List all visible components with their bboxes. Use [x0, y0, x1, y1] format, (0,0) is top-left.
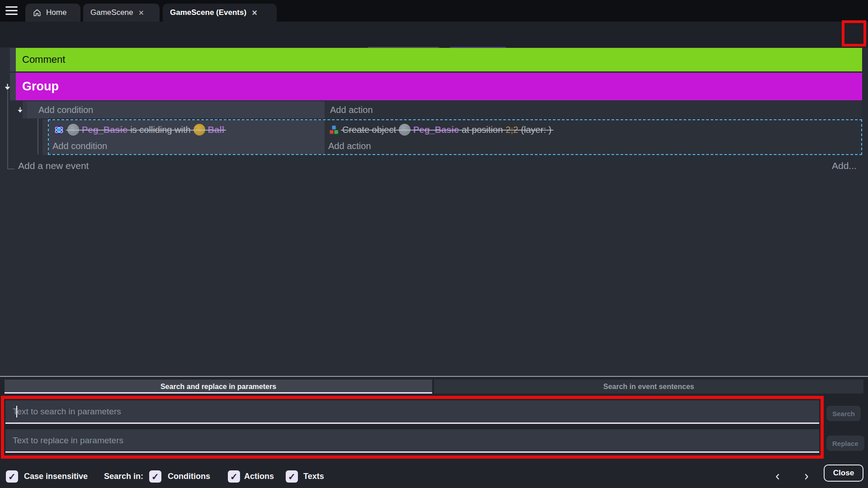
action-sentence[interactable]: Create object Peg_Basic at position 2;2 … [328, 122, 552, 137]
close-button[interactable]: Close [824, 465, 863, 482]
add-button-truncated[interactable]: Add... [832, 160, 862, 171]
tree-guide-line [7, 169, 14, 169]
check-icon: ✓ [288, 472, 296, 481]
chevron-right-icon [802, 472, 811, 481]
event-conditions-column: Add condition [27, 101, 325, 118]
create-object-icon [328, 124, 340, 136]
tab-search-replace-parameters[interactable]: Search and replace in parameters [5, 380, 432, 394]
active-tab-indicator [5, 392, 432, 394]
group-drag-handle[interactable] [10, 73, 16, 100]
event-actions-column: Add action [325, 101, 862, 118]
comment-event[interactable]: Comment [16, 48, 862, 71]
next-result-button[interactable] [801, 471, 812, 482]
close-tab-icon[interactable]: × [251, 8, 258, 17]
comment-drag-handle[interactable] [10, 48, 16, 71]
checkbox-actions[interactable]: ✓ [228, 470, 240, 483]
tab-gamescene-events[interactable]: GameScene (Events) × [163, 4, 277, 22]
subevent-drag-handle[interactable] [42, 119, 48, 155]
search-input-field [5, 400, 819, 422]
selected-event[interactable]: Peg_Basic is colliding with Ball Add con… [48, 119, 862, 155]
selected-event-actions-column: Create object Peg_Basic at position 2;2 … [325, 120, 861, 154]
search-in-label: Search in: [104, 472, 143, 481]
selected-event-conditions-column: Peg_Basic is colliding with Ball Add con… [49, 120, 325, 154]
events-sheet: Comment Group Add condition Add action P… [0, 47, 868, 376]
search-submit-button[interactable]: Search [826, 406, 861, 421]
replace-input-underline [5, 451, 819, 453]
actions-label: Actions [244, 472, 274, 481]
search-input[interactable] [5, 400, 819, 422]
tree-guide-line [7, 90, 8, 169]
hamburger-menu-icon[interactable] [5, 6, 18, 15]
tab-search-replace-parameters-label: Search and replace in parameters [160, 383, 276, 391]
window-tab-bar: Home GameScene × GameScene (Events) × [0, 0, 868, 22]
annotation-search-icon-highlight [842, 20, 866, 47]
tab-search-event-sentences[interactable]: Search in event sentences [434, 380, 863, 394]
group-title: Group [22, 80, 59, 94]
tab-search-event-sentences-label: Search in event sentences [604, 383, 694, 391]
tab-gamescene[interactable]: GameScene × [83, 4, 160, 22]
replace-input-field [5, 429, 819, 451]
check-icon: ✓ [8, 472, 16, 481]
checkbox-texts[interactable]: ✓ [286, 470, 298, 483]
chevron-left-icon [773, 472, 782, 481]
physics-behavior-icon [53, 124, 65, 136]
search-panel: Search and replace in parameters Search … [0, 376, 868, 488]
condition-sentence[interactable]: Peg_Basic is colliding with Ball [53, 122, 224, 137]
checkbox-conditions[interactable]: ✓ [149, 470, 161, 483]
text-caret [16, 406, 17, 418]
disabled-strikethrough [66, 130, 226, 131]
search-input-underline [5, 422, 819, 424]
disabled-strikethrough [341, 130, 553, 131]
previous-result-button[interactable] [772, 471, 783, 482]
comment-text: Comment [22, 54, 65, 66]
replace-input[interactable] [5, 429, 819, 451]
add-new-event-link[interactable]: Add a new event [18, 160, 89, 171]
close-button-label: Close [833, 469, 854, 478]
conditions-label: Conditions [168, 472, 210, 481]
checkbox-case-insensitive[interactable]: ✓ [6, 470, 18, 483]
close-tab-icon[interactable]: × [138, 8, 145, 17]
add-condition-link[interactable]: Add condition [52, 141, 325, 151]
tab-home[interactable]: Home [25, 4, 80, 22]
tab-gamescene-label: GameScene [90, 8, 133, 17]
replace-submit-button[interactable]: Replace [826, 436, 864, 451]
tree-guide-line [38, 118, 38, 155]
tab-home-label: Home [46, 8, 66, 17]
event-drag-handle[interactable] [23, 101, 27, 118]
check-icon: ✓ [230, 472, 238, 481]
group-event[interactable]: Group [16, 73, 862, 100]
check-icon: ✓ [151, 472, 159, 481]
home-icon [33, 8, 42, 17]
add-condition-link[interactable]: Add condition [38, 105, 93, 115]
add-action-link[interactable]: Add action [328, 141, 861, 151]
add-action-link[interactable]: Add action [330, 105, 373, 115]
texts-label: Texts [303, 472, 324, 481]
toolbar: Preview Publish [0, 22, 868, 47]
case-insensitive-label: Case insensitive [24, 472, 88, 481]
tab-gamescene-events-label: GameScene (Events) [170, 8, 246, 17]
